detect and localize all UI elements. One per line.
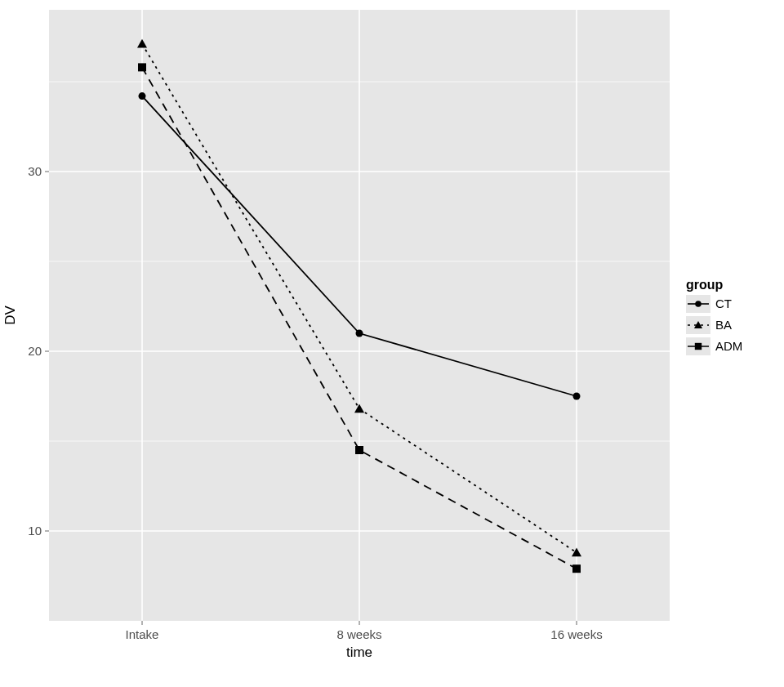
marker-circle (356, 330, 363, 337)
ytick-label: 10 (28, 524, 42, 538)
legend-label: ADM (715, 339, 742, 353)
marker-circle (573, 393, 581, 400)
xtick-label: 8 weeks (336, 627, 381, 641)
marker-square (355, 446, 363, 454)
marker-square (695, 343, 702, 350)
marker-circle (695, 301, 702, 307)
legend: groupCTBAADM (686, 278, 742, 355)
line-chart: 102030Intake8 weeks16 weeksDVtimegroupCT… (0, 0, 784, 687)
ytick-label: 20 (28, 344, 42, 358)
marker-square (138, 63, 146, 71)
marker-square (572, 564, 581, 573)
xtick-label: 16 weeks (550, 627, 602, 641)
xtick-label: Intake (126, 627, 159, 641)
marker-circle (139, 92, 146, 100)
legend-label: CT (715, 297, 732, 310)
ytick-label: 30 (28, 164, 42, 178)
legend-label: BA (715, 318, 732, 332)
x-axis-label: time (346, 645, 372, 660)
legend-title: group (686, 278, 724, 292)
y-axis-label: DV (2, 306, 18, 325)
